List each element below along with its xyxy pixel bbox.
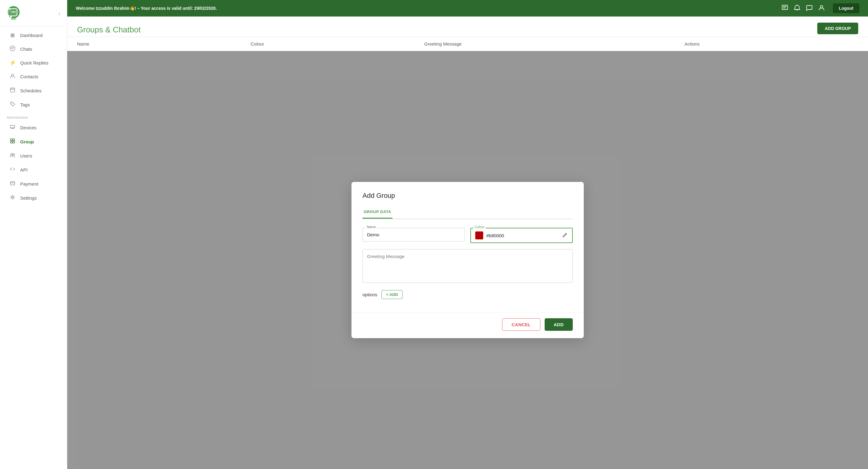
- sidebar-item-label: API: [20, 167, 28, 172]
- chat-icon[interactable]: [806, 4, 813, 12]
- logout-button[interactable]: Logout: [833, 3, 860, 13]
- sidebar: CHAT ‹ ⊞ Dashboard Chats ⚡ Quick Replies…: [0, 0, 67, 469]
- sidebar-item-settings[interactable]: Settings: [2, 191, 64, 205]
- name-input[interactable]: [363, 228, 465, 241]
- sidebar-logo: CHAT ‹: [0, 0, 67, 26]
- col-greeting: Greeting Message: [424, 41, 685, 47]
- sidebar-item-tags[interactable]: Tags: [2, 98, 64, 112]
- col-name: Name: [77, 41, 251, 47]
- svg-rect-11: [13, 139, 15, 141]
- greeting-textarea[interactable]: [363, 249, 573, 283]
- topbar: Welcome Izzuddin Ibrahim👋! – Your access…: [67, 0, 868, 17]
- svg-rect-13: [13, 141, 15, 143]
- api-icon: [9, 166, 16, 173]
- topbar-icons: Logout: [781, 3, 860, 13]
- main-area: Welcome Izzuddin Ibrahim👋! – Your access…: [67, 0, 868, 469]
- svg-rect-8: [10, 88, 15, 92]
- schedules-icon: [9, 87, 16, 94]
- payment-icon: [9, 180, 16, 187]
- sidebar-item-label: Devices: [20, 125, 36, 130]
- options-row: options + ADD: [363, 290, 573, 299]
- sidebar-item-label: Chats: [20, 47, 32, 52]
- settings-icon: [9, 195, 16, 202]
- svg-rect-18: [782, 5, 787, 9]
- svg-point-17: [11, 196, 13, 198]
- form-row-name-colour: Name Colour #b80000: [363, 228, 573, 243]
- name-field-group: Name: [363, 228, 465, 243]
- user-name: Izzuddin Ibrahim: [96, 6, 129, 11]
- quick-replies-icon: ⚡: [9, 60, 16, 66]
- name-label: Name: [366, 225, 377, 229]
- sidebar-item-label: Tags: [20, 102, 30, 107]
- admin-section-label: Administration: [0, 112, 67, 120]
- modal-overlay: Add Group GROUP DATA Name: [67, 51, 868, 469]
- sidebar-item-label: Payment: [20, 181, 38, 186]
- users-icon: [9, 152, 16, 159]
- colour-swatch: [475, 231, 483, 239]
- devices-icon: [9, 124, 16, 131]
- sidebar-item-schedules[interactable]: Schedules: [2, 84, 64, 97]
- add-option-button[interactable]: + ADD: [381, 290, 403, 299]
- options-label: options: [363, 292, 377, 297]
- pencil-icon[interactable]: [562, 232, 568, 239]
- page-body: Add Group GROUP DATA Name: [67, 51, 868, 469]
- svg-point-2: [11, 11, 12, 12]
- svg-text:CHAT: CHAT: [11, 18, 17, 20]
- svg-point-3: [13, 11, 14, 12]
- svg-point-15: [13, 154, 15, 155]
- welcome-message: Welcome Izzuddin Ibrahim👋! – Your access…: [76, 6, 778, 11]
- sidebar-item-label: Group: [20, 139, 34, 144]
- sidebar-item-api[interactable]: API: [2, 163, 64, 177]
- col-colour: Colour: [251, 41, 424, 47]
- sidebar-item-dashboard[interactable]: ⊞ Dashboard: [2, 29, 64, 42]
- sidebar-item-label: Contacts: [20, 74, 38, 79]
- svg-point-9: [11, 103, 12, 104]
- svg-point-14: [11, 153, 12, 155]
- sidebar-navigation: ⊞ Dashboard Chats ⚡ Quick Replies Contac…: [0, 26, 67, 469]
- modal-footer: CANCEL ADD: [351, 313, 584, 338]
- sidebar-collapse-button[interactable]: ‹: [57, 9, 61, 18]
- sidebar-item-label: Users: [20, 153, 32, 158]
- svg-rect-16: [10, 182, 15, 185]
- svg-rect-12: [10, 141, 12, 143]
- colour-value: #b80000: [486, 233, 559, 238]
- sidebar-item-contacts[interactable]: Contacts: [2, 70, 64, 84]
- add-button[interactable]: ADD: [545, 318, 573, 331]
- cancel-button[interactable]: CANCEL: [502, 318, 540, 331]
- modal-tabs: GROUP DATA: [363, 207, 573, 219]
- wave-emoji: 👋: [130, 6, 135, 11]
- sidebar-item-label: Schedules: [20, 88, 41, 93]
- col-actions: Actions: [685, 41, 858, 47]
- wabot-logo: CHAT: [5, 5, 21, 21]
- add-group-modal: Add Group GROUP DATA Name: [351, 182, 584, 338]
- sidebar-item-group[interactable]: Group: [2, 135, 64, 149]
- account-icon[interactable]: [818, 4, 825, 12]
- sidebar-item-payment[interactable]: Payment: [2, 177, 64, 191]
- add-group-button[interactable]: ADD GROUP: [817, 23, 858, 34]
- group-icon: [9, 138, 16, 145]
- notifications-icon[interactable]: [794, 4, 801, 12]
- page-header: Groups & Chatbot ADD GROUP: [67, 17, 868, 37]
- colour-label: Colour: [473, 225, 486, 229]
- sidebar-item-quick-replies[interactable]: ⚡ Quick Replies: [2, 56, 64, 69]
- dashboard-icon: ⊞: [9, 32, 16, 38]
- sidebar-item-devices[interactable]: Devices: [2, 121, 64, 135]
- tab-group-data[interactable]: GROUP DATA: [363, 207, 393, 218]
- colour-field[interactable]: #b80000: [470, 228, 573, 243]
- contacts-icon: [9, 73, 16, 80]
- sidebar-item-chats[interactable]: Chats: [2, 42, 64, 56]
- tags-icon: [9, 101, 16, 108]
- modal-body: Add Group GROUP DATA Name: [351, 182, 584, 310]
- svg-point-19: [820, 5, 823, 8]
- colour-field-group: Colour #b80000: [470, 228, 573, 243]
- sidebar-item-label: Settings: [20, 195, 37, 201]
- messages-icon[interactable]: [781, 4, 788, 12]
- sidebar-item-label: Quick Replies: [20, 60, 49, 65]
- modal-title: Add Group: [363, 192, 573, 200]
- svg-point-6: [10, 46, 15, 51]
- welcome-prefix: Welcome: [76, 6, 96, 11]
- svg-rect-10: [10, 139, 12, 141]
- sidebar-item-users[interactable]: Users: [2, 149, 64, 163]
- table-header: Name Colour Greeting Message Actions: [67, 37, 868, 51]
- svg-point-4: [14, 11, 16, 12]
